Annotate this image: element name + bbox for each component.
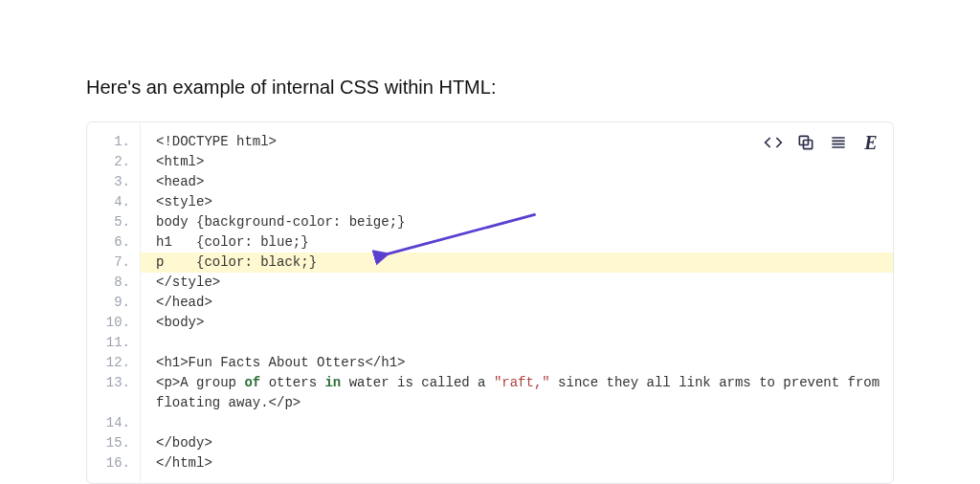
line-number: 7. (87, 253, 130, 273)
code-line: </html> (156, 453, 881, 473)
copy-icon[interactable] (795, 132, 816, 153)
code-toolbar: E (763, 132, 881, 153)
code-line: p {color: black;} (141, 253, 893, 273)
line-number: 14. (87, 413, 130, 433)
code-line: <html> (156, 152, 881, 172)
code-line: </head> (156, 293, 881, 313)
code-line (156, 333, 881, 353)
line-number: 2. (87, 152, 130, 172)
code-line: <head> (156, 172, 881, 192)
code-line: body {background-color: beige;} (156, 212, 881, 232)
line-number: 1. (87, 132, 130, 152)
code-area: 1.2.3.4.5.6.7.8.9.10.11.12.13.14.15.16. … (87, 122, 893, 483)
line-number-gutter: 1.2.3.4.5.6.7.8.9.10.11.12.13.14.15.16. (87, 122, 141, 483)
code-line: </style> (156, 273, 881, 293)
line-number: 16. (87, 453, 130, 473)
line-number: 5. (87, 212, 130, 232)
code-line: <body> (156, 313, 881, 333)
code-icon[interactable] (763, 132, 784, 153)
line-number: 13. (87, 373, 130, 413)
intro-text: Here's an example of internal CSS within… (86, 77, 894, 99)
line-number: 15. (87, 433, 130, 453)
code-line: </body> (156, 433, 881, 453)
line-number: 9. (87, 293, 130, 313)
line-number: 6. (87, 232, 130, 253)
lines-icon[interactable] (828, 132, 849, 153)
code-line: <style> (156, 192, 881, 212)
line-number: 4. (87, 192, 130, 212)
line-number: 12. (87, 353, 130, 373)
code-line: h1 {color: blue;} (156, 232, 881, 253)
code-box: E 1.2.3.4.5.6.7.8.9.10.11.12.13.14.15.16… (86, 121, 894, 484)
line-number: 8. (87, 273, 130, 293)
code-line (156, 413, 881, 433)
enlighter-icon[interactable]: E (860, 132, 881, 153)
line-number: 11. (87, 333, 130, 353)
code-lines: <!DOCTYPE html><html><head><style>body {… (141, 122, 893, 483)
line-number: 10. (87, 313, 130, 333)
code-line: <p>A group of otters in water is called … (156, 373, 881, 413)
line-number: 3. (87, 172, 130, 192)
code-line: <h1>Fun Facts About Otters</h1> (156, 353, 881, 373)
page-root: Here's an example of internal CSS within… (0, 0, 980, 484)
